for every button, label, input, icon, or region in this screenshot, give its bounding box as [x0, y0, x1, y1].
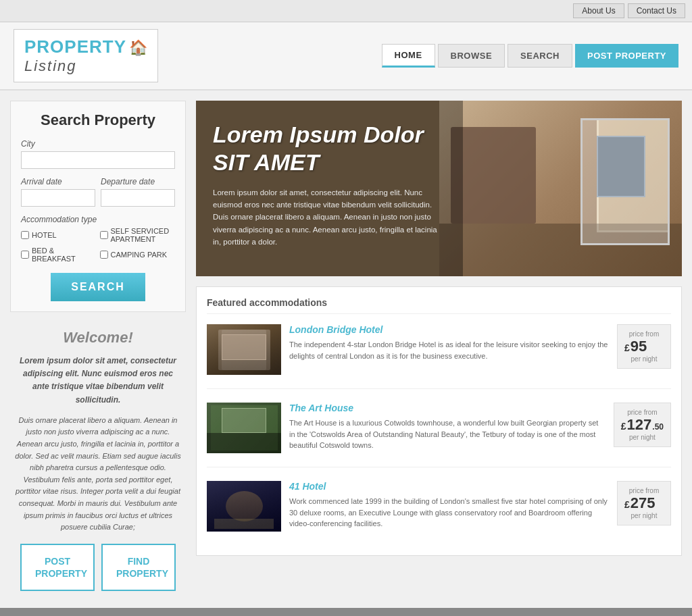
date-row: Arrival date Departure date — [21, 177, 175, 207]
per-night-label: per night — [624, 355, 664, 363]
property-description: The Art House is a luxurious Cotwolds to… — [289, 417, 606, 451]
header: PROPERTY 🏠 Listing HOME BROWSE SEARCH PO… — [0, 22, 692, 91]
property-name[interactable]: 41 Hotel — [289, 481, 609, 492]
checkbox-bnb: BED & BREAKFAST — [21, 247, 97, 263]
departure-group: Departure date — [101, 177, 175, 207]
checkbox-hotel: HOTEL — [21, 227, 97, 243]
property-item: The Art House The Art House is a luxurio… — [207, 403, 671, 467]
right-content: Lorem Ipsum Dolor SIT AMET Lorem ipsum d… — [196, 101, 682, 598]
search-button[interactable]: SEARCH — [51, 273, 145, 301]
hotel-label: HOTEL — [32, 231, 57, 239]
property-price: price from £ 95 per night — [617, 324, 671, 375]
nav-home[interactable]: HOME — [382, 44, 435, 68]
departure-input[interactable] — [101, 189, 175, 207]
logo-property-text: PROPERTY — [24, 36, 126, 57]
accommodation-section: Accommodation type HOTEL SELF SERVICED A… — [21, 215, 175, 263]
currency-symbol: £ — [624, 342, 630, 353]
property-description: The independent 4-star London Bridge Hot… — [289, 339, 609, 361]
accommodation-label: Accommodation type — [21, 215, 175, 224]
property-name[interactable]: London Bridge Hotel — [289, 324, 609, 335]
welcome-intro: Lorem ipsum dolor sit amet, consectetur … — [14, 355, 182, 407]
currency-symbol: £ — [624, 499, 630, 510]
property-item: London Bridge Hotel The independent 4-st… — [207, 324, 671, 389]
property-info: The Art House The Art House is a luxurio… — [289, 403, 606, 453]
checkbox-camping: CAMPING PARK — [100, 247, 176, 263]
main-content: Search Property City Arrival date Depart… — [0, 91, 692, 608]
city-label: City — [21, 139, 175, 149]
hero-banner: Lorem Ipsum Dolor SIT AMET Lorem ipsum d… — [196, 101, 682, 276]
price-from-label: price from — [624, 330, 664, 338]
welcome-body: Duis ornare placerat libero a aliquam. A… — [14, 415, 182, 534]
price-value: 127 — [627, 416, 652, 434]
price-amount: £ 95 — [624, 338, 664, 355]
price-from-label: price from — [621, 409, 664, 416]
self-service-checkbox[interactable] — [100, 231, 108, 239]
logo-listing-text: Listing — [24, 57, 77, 75]
featured-section: Featured accommodations London Bridge Ho… — [196, 286, 682, 556]
property-description: Work commenced late 1999 in the building… — [289, 496, 609, 530]
checkbox-self-service: SELF SERVICED APARTMENT — [100, 227, 176, 243]
property-price: price from £ 275 per night — [617, 481, 671, 532]
bnb-checkbox[interactable] — [21, 251, 29, 259]
nav-search[interactable]: SEARCH — [508, 44, 572, 68]
property-thumbnail — [207, 481, 281, 532]
find-property-button[interactable]: FINDPROPERTY — [101, 544, 176, 591]
city-input[interactable] — [21, 151, 175, 169]
logo: PROPERTY 🏠 Listing — [14, 29, 158, 82]
contact-us-button[interactable]: Contact Us — [628, 3, 685, 18]
property-thumbnail — [207, 324, 281, 375]
sidebar: Search Property City Arrival date Depart… — [10, 101, 186, 598]
navigation: HOME BROWSE SEARCH POST PROPERTY — [382, 44, 678, 68]
welcome-section: Welcome! Lorem ipsum dolor sit amet, con… — [10, 322, 186, 598]
top-bar: About Us Contact Us — [0, 0, 692, 22]
price-box: price from £ 275 per night — [617, 481, 671, 525]
price-amount: £ 127.50 — [621, 416, 664, 434]
arrival-label: Arrival date — [21, 177, 95, 186]
about-us-button[interactable]: About Us — [573, 3, 624, 18]
hero-text: Lorem ipsum dolor sit amet, consectetur … — [213, 186, 446, 249]
featured-title: Featured accommodations — [207, 297, 671, 314]
per-night-label: per night — [624, 512, 664, 519]
action-buttons: POSTPROPERTY FINDPROPERTY — [14, 544, 182, 591]
footer: www.heritagechristiancollege.com HOME BR… — [0, 608, 692, 616]
property-item: 41 Hotel Work commenced late 1999 in the… — [207, 481, 671, 545]
price-from-label: price from — [624, 487, 664, 494]
accommodation-checkboxes: HOTEL SELF SERVICED APARTMENT BED & BREA… — [21, 227, 175, 263]
price-amount: £ 275 — [624, 494, 664, 512]
currency-symbol: £ — [621, 421, 626, 432]
price-value: 275 — [631, 494, 656, 512]
property-thumbnail — [207, 403, 281, 453]
post-property-button[interactable]: POSTPROPERTY — [20, 544, 95, 591]
nav-post-property[interactable]: POST PROPERTY — [575, 44, 678, 68]
arrival-input[interactable] — [21, 189, 95, 207]
price-box: price from £ 95 per night — [617, 324, 671, 369]
welcome-title: Welcome! — [14, 329, 182, 346]
search-title: Search Property — [21, 111, 175, 129]
property-price: price from £ 127.50 per night — [614, 403, 671, 453]
hero-overlay: Lorem Ipsum Dolor SIT AMET Lorem ipsum d… — [196, 101, 463, 276]
self-service-label: SELF SERVICED APARTMENT — [111, 227, 176, 243]
property-info: 41 Hotel Work commenced late 1999 in the… — [289, 481, 609, 532]
camping-label: CAMPING PARK — [111, 251, 168, 259]
price-box: price from £ 127.50 per night — [614, 403, 671, 447]
hotel-checkbox[interactable] — [21, 231, 29, 239]
nav-browse[interactable]: BROWSE — [438, 44, 505, 68]
arrival-group: Arrival date — [21, 177, 95, 207]
price-decimals: .50 — [652, 422, 664, 432]
per-night-label: per night — [621, 434, 664, 441]
hero-title: Lorem Ipsum Dolor SIT AMET — [213, 121, 446, 176]
departure-label: Departure date — [101, 177, 175, 186]
logo-house-icon: 🏠 — [129, 39, 147, 56]
search-panel: Search Property City Arrival date Depart… — [10, 101, 186, 312]
camping-checkbox[interactable] — [100, 251, 108, 259]
hero-image — [439, 101, 683, 276]
property-info: London Bridge Hotel The independent 4-st… — [289, 324, 609, 375]
price-value: 95 — [631, 338, 647, 355]
property-name[interactable]: The Art House — [289, 403, 606, 413]
bnb-label: BED & BREAKFAST — [32, 247, 97, 263]
